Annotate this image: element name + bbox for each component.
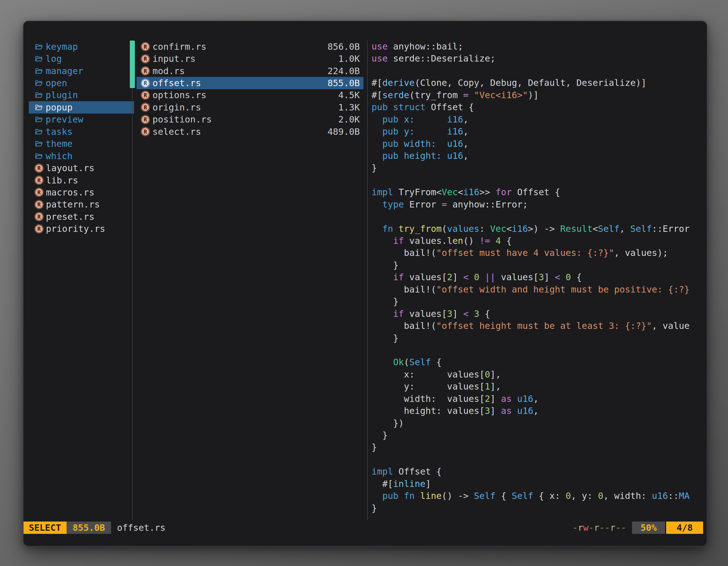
sidebar-item-preview[interactable]: preview [29,114,134,126]
selected-file-size-badge: 855.0B [67,522,111,534]
sidebar-item-priority-rs[interactable]: Rpriority.rs [29,223,134,235]
file-name: options.rs [152,90,206,100]
code-line: if values.len() != 4 { [372,235,706,247]
code-line: pub x: i16, [372,114,706,126]
file-name: position.rs [152,114,212,125]
file-size: 489.0B [327,126,360,137]
code-line: } [372,332,706,344]
file-list-scrollbar[interactable] [130,41,135,88]
sidebar-item-preset-rs[interactable]: Rpreset.rs [29,211,134,223]
code-line: type Error = anyhow::Error; [372,199,706,211]
rust-file-icon: R [142,128,149,135]
code-line: } [372,502,706,514]
code-line: pub height: u16, [372,150,706,162]
rust-file-icon: R [35,213,43,220]
code-line: fn try_from(values: Vec<i16>) -> Result<… [372,223,706,235]
sidebar-item-which[interactable]: which [29,150,134,162]
file-row-position-rs[interactable]: Rposition.rs2.0K [137,114,363,126]
sidebar-item-label: pattern.rs [46,199,100,210]
sidebar-item-layout-rs[interactable]: Rlayout.rs [29,162,134,174]
file-name: input.rs [152,53,196,64]
code-line: Ok(Self { [372,356,706,368]
folder-icon [35,115,43,124]
rust-file-icon: R [35,189,43,196]
file-preview-pane: use anyhow::bail;use serde::Deserialize;… [372,41,706,514]
pane-divider-left [132,41,133,520]
code-line: height: values[3] as u16, [372,405,706,417]
code-line [372,211,706,223]
sidebar-item-macros-rs[interactable]: Rmacros.rs [29,186,134,198]
code-line: use anyhow::bail; [372,41,706,53]
folder-icon [35,91,43,99]
code-line: #[serde(try_from = "Vec<i16>")] [372,89,706,101]
rust-file-icon: R [35,165,43,172]
sidebar-item-label: layout.rs [46,163,94,173]
sidebar-item-keymap[interactable]: keymap [29,41,134,53]
sidebar-item-plugin[interactable]: plugin [29,89,134,101]
folder-icon [35,152,43,160]
rust-file-icon: R [142,104,149,111]
code-line: } [372,441,706,453]
sidebar-item-label: which [46,151,72,161]
sidebar-item-log[interactable]: log [29,53,134,65]
sidebar-item-label: manager [46,66,83,76]
code-line: bail!("offset height must be at least 3:… [372,320,706,332]
code-line: #[inline] [372,478,706,490]
file-row-mod-rs[interactable]: Rmod.rs224.0B [137,65,363,77]
code-line: }) [372,417,706,429]
code-line: pub width: u16, [372,138,706,150]
file-row-origin-rs[interactable]: Rorigin.rs1.3K [137,101,363,113]
code-line [372,344,706,356]
sidebar-item-label: popup [46,102,72,113]
rust-file-icon: R [35,225,43,233]
status-bar: SELECT 855.0B offset.rs -rw-r--r-- 50% 4… [24,522,707,534]
sidebar-item-lib-rs[interactable]: Rlib.rs [29,174,134,186]
sidebar-item-tasks[interactable]: tasks [29,126,134,138]
code-line: } [372,429,706,441]
sidebar-item-label: tasks [46,126,72,137]
code-line: impl TryFrom<Vec<i16>> for Offset { [372,186,706,198]
rust-file-icon: R [142,116,149,123]
terminal-window: keymaplogmanageropenpluginpopuppreviewta… [23,21,707,546]
sidebar-item-popup[interactable]: popup [29,101,134,113]
current-directory-pane: Rconfirm.rs856.0BRinput.rs1.0KRmod.rs224… [137,41,363,138]
code-line: pub y: i16, [372,126,706,138]
file-size: 224.0B [327,66,360,76]
rust-file-icon: R [142,79,149,87]
status-bar-right: -rw-r--r-- 50% 4/8 [572,522,703,534]
file-row-options-rs[interactable]: Roptions.rs4.5K [137,89,363,101]
sidebar-item-label: plugin [46,90,78,100]
file-row-confirm-rs[interactable]: Rconfirm.rs856.0B [137,41,363,53]
file-row-input-rs[interactable]: Rinput.rs1.0K [137,53,363,65]
file-name: offset.rs [152,78,201,88]
file-row-offset-rs[interactable]: Roffset.rs855.0B [137,77,363,89]
code-line: } [372,295,706,307]
rust-file-icon: R [142,55,149,63]
code-line: x: values[0], [372,368,706,380]
sidebar-item-manager[interactable]: manager [29,65,134,77]
folder-icon [35,43,43,51]
code-line: if values[2] < 0 || values[3] < 0 { [372,271,706,283]
sidebar-item-label: lib.rs [46,175,78,186]
sidebar-item-open[interactable]: open [29,77,134,89]
code-line [372,174,706,186]
sidebar-item-pattern-rs[interactable]: Rpattern.rs [29,199,134,211]
code-line: if values[3] < 3 { [372,308,706,320]
mode-badge: SELECT [24,522,67,534]
code-line [372,454,706,466]
code-line: pub fn line() -> Self { Self { x: 0, y: … [372,490,706,502]
code-line [372,65,706,77]
rust-file-icon: R [35,201,43,208]
file-size: 1.0K [338,53,360,64]
rust-file-icon: R [142,91,149,99]
file-name: confirm.rs [152,41,206,52]
selected-file-name: offset.rs [117,522,165,534]
scroll-percent-badge: 50% [632,522,665,534]
rust-file-icon: R [35,177,43,184]
sidebar-item-theme[interactable]: theme [29,138,134,150]
pane-divider-right [367,41,368,520]
file-name: select.rs [152,126,201,137]
cursor-position-badge: 4/8 [666,522,703,534]
file-row-select-rs[interactable]: Rselect.rs489.0B [137,126,363,138]
sidebar-item-label: priority.rs [46,224,105,234]
